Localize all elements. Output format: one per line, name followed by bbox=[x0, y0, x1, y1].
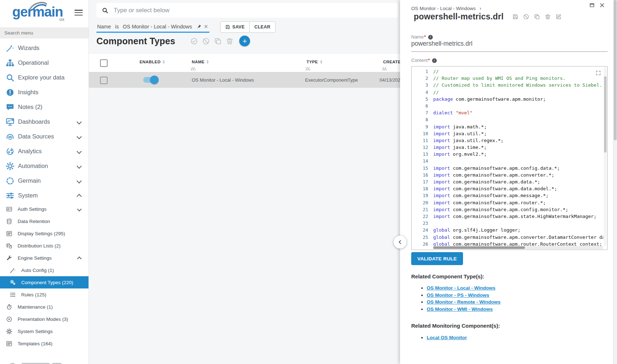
sidebar-item-presentation-modes[interactable]: Presentation Modes (3) bbox=[0, 313, 89, 325]
sidebar-item-automation[interactable]: Automation bbox=[0, 159, 89, 173]
related-link[interactable]: OS Monitor - PS - Windows bbox=[427, 292, 489, 298]
sidebar-item-insights[interactable]: Insights bbox=[0, 85, 89, 100]
breadcrumb-text[interactable]: OS Monitor - Local - Windows bbox=[411, 6, 476, 11]
save-filter-button[interactable]: SAVE bbox=[220, 21, 250, 33]
code-line: 1// bbox=[412, 68, 603, 75]
column-header-name[interactable]: NAME bbox=[192, 60, 209, 64]
sidebar-item-templates[interactable]: Templates (164) bbox=[0, 337, 89, 350]
sidebar-item-label: Rules (125) bbox=[21, 292, 83, 297]
column-resize-handle[interactable] bbox=[382, 67, 387, 70]
sidebar-item-data-retention[interactable]: Data Retention bbox=[0, 215, 89, 227]
add-component-type-button[interactable] bbox=[239, 36, 250, 46]
code-line: 3// Customized to limit monitored Window… bbox=[412, 82, 603, 88]
sidebar-item-component-types[interactable]: Component Types (220) bbox=[0, 276, 89, 288]
panel-title: powershell-metrics.drl bbox=[414, 12, 504, 22]
column-header-type[interactable]: TYPE bbox=[307, 60, 322, 64]
sidebar-item-analytics[interactable]: Analytics bbox=[0, 144, 89, 159]
enabled-toggle[interactable] bbox=[143, 77, 158, 83]
sidebar-item-maintenance[interactable]: Maintenance (1) bbox=[0, 301, 89, 313]
gear-icon bbox=[6, 162, 14, 170]
sidebar-item-notes[interactable]: Notes (2) bbox=[0, 100, 89, 114]
disable-rule-icon[interactable] bbox=[523, 14, 529, 20]
filter-field: Name bbox=[97, 24, 111, 29]
breadcrumb[interactable]: OS Monitor - Local - Windows › bbox=[411, 5, 481, 11]
pin-icon[interactable] bbox=[196, 24, 201, 29]
heading-row: Component Types bbox=[96, 36, 250, 46]
save-icon bbox=[225, 24, 230, 29]
edit-rule-icon[interactable] bbox=[555, 14, 562, 20]
column-resize-handle[interactable] bbox=[191, 67, 195, 70]
sidebar-item-auth-settings[interactable]: Auth Settings bbox=[0, 203, 89, 215]
save-rule-icon[interactable] bbox=[512, 14, 518, 20]
related-link[interactable]: OS Monitor - Remote - Windows bbox=[427, 299, 500, 305]
sidebar-item-germain[interactable]: Germain bbox=[0, 173, 89, 188]
scrollbar-thumb[interactable] bbox=[614, 0, 617, 140]
sidebar-search-input[interactable] bbox=[0, 27, 89, 38]
search-icon bbox=[6, 73, 14, 82]
remove-filter-icon[interactable] bbox=[204, 24, 208, 28]
sidebar-item-data-sources[interactable]: Data Sources bbox=[0, 129, 89, 144]
code-editor[interactable]: 1//2// Router map used by WMI OS and Pin… bbox=[411, 66, 608, 250]
editor-vertical-scrollbar[interactable] bbox=[604, 67, 607, 246]
row-name-cell[interactable]: OS Monitor - Local - Windows bbox=[192, 77, 254, 83]
duplicate-icon[interactable] bbox=[214, 37, 222, 45]
code-line: 19import com.germainsoftware.apm.message… bbox=[412, 192, 603, 199]
sidebar-item-label: Operational bbox=[18, 59, 83, 66]
sidebar-item-system[interactable]: System bbox=[0, 188, 89, 203]
main-search[interactable] bbox=[96, 3, 398, 18]
duplicate-rule-icon[interactable] bbox=[534, 14, 540, 20]
sidebar-item-distribution-lists[interactable]: Distribution Lists (2) bbox=[0, 240, 89, 252]
hamburger-menu-icon[interactable] bbox=[74, 10, 83, 17]
row-checkbox[interactable] bbox=[100, 77, 108, 84]
scrollbar-thumb[interactable] bbox=[433, 246, 525, 249]
page-scrollbar[interactable] bbox=[613, 0, 617, 364]
name-field-value[interactable]: powershell-metrics.drl bbox=[411, 40, 472, 47]
main-search-input[interactable] bbox=[113, 6, 393, 14]
sidebar-item-rules[interactable]: Rules (125) bbox=[0, 288, 89, 301]
validate-rule-button[interactable]: VALIDATE RULE bbox=[411, 252, 463, 265]
sidebar-item-dashboards[interactable]: Dashboards bbox=[0, 114, 89, 129]
fullscreen-icon[interactable] bbox=[595, 70, 601, 76]
delete-icon[interactable] bbox=[226, 37, 233, 45]
filter-chip[interactable]: Name is OS Monitor - Local - Windows bbox=[96, 21, 209, 33]
related-link[interactable]: Local OS Monitor bbox=[427, 335, 467, 340]
related-link-item: OS Monitor - PS - Windows bbox=[427, 293, 500, 298]
related-link[interactable]: OS Monitor - Local - Windows bbox=[427, 285, 495, 291]
sidebar-item-clipped[interactable] bbox=[10, 361, 85, 364]
sidebar-item-engine-settings[interactable]: Engine Settings bbox=[0, 252, 89, 264]
sidebar-item-operational[interactable]: Operational bbox=[0, 55, 89, 70]
chevron-down-icon bbox=[77, 134, 82, 139]
scrollbar-thumb[interactable] bbox=[604, 76, 607, 153]
sidebar-item-wizards[interactable]: Wizards bbox=[0, 41, 89, 55]
sort-icon[interactable] bbox=[207, 60, 209, 64]
close-icon[interactable] bbox=[599, 3, 605, 8]
column-resize-handle[interactable] bbox=[305, 67, 310, 70]
clear-filter-button[interactable]: CLEAR bbox=[249, 21, 276, 33]
sidebar-item-display-settings[interactable]: Display Settings (295) bbox=[0, 227, 89, 240]
sort-icon[interactable] bbox=[163, 60, 165, 64]
related-link-item: OS Monitor - WMI - Windows bbox=[427, 307, 500, 312]
pie-icon bbox=[6, 147, 14, 156]
sidebar-item-explore-your-data[interactable]: Explore your data bbox=[0, 70, 89, 85]
delete-rule-icon[interactable] bbox=[545, 14, 551, 20]
sidebar-item-label: Distribution Lists (2) bbox=[18, 243, 83, 249]
info-icon[interactable]: i bbox=[428, 35, 433, 40]
code-line: 20import com.germainsoftware.apm.router.… bbox=[412, 199, 603, 206]
table-row[interactable]: OS Monitor - Local - Windows ExecutorCom… bbox=[89, 72, 400, 88]
related-link[interactable]: OS Monitor - WMI - Windows bbox=[427, 306, 493, 312]
logo-sub-text: ux bbox=[59, 17, 64, 22]
column-header-enabled[interactable]: ENABLED bbox=[140, 60, 165, 64]
disable-selected-icon[interactable] bbox=[202, 37, 210, 45]
select-all-checkbox[interactable] bbox=[100, 59, 108, 67]
sidebar-item-auto-config[interactable]: Auto Config (1) bbox=[0, 264, 89, 276]
sidebar-item-system-settings[interactable]: System Settings bbox=[0, 325, 89, 337]
enable-selected-icon[interactable] bbox=[190, 37, 198, 45]
panel-collapse-button[interactable] bbox=[394, 236, 407, 249]
editor-horizontal-scrollbar[interactable] bbox=[433, 246, 603, 249]
info-icon[interactable]: i bbox=[432, 58, 437, 63]
sidebar-item-label: Engine Settings bbox=[18, 255, 78, 261]
sort-icon[interactable] bbox=[320, 60, 322, 64]
maximize-icon[interactable] bbox=[589, 3, 595, 8]
column-header-created[interactable]: CREATED ( bbox=[383, 60, 400, 64]
code-line: 25global com.germainsoftware.apm.convert… bbox=[412, 234, 603, 241]
